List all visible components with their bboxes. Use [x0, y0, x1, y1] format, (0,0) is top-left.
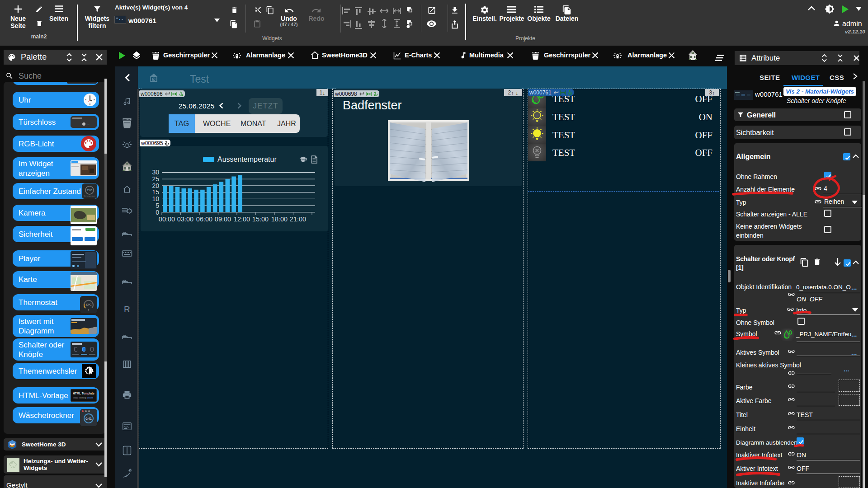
svg-text:06:00: 06:00: [196, 216, 212, 223]
svg-text:30: 30: [152, 169, 159, 176]
svg-text:21:00: 21:00: [290, 216, 306, 223]
svg-text:12°C: 12°C: [85, 303, 92, 306]
svg-text:00:00: 00:00: [159, 216, 175, 223]
svg-text:0: 0: [156, 209, 159, 216]
svg-text:0:41: 0:41: [85, 417, 92, 420]
svg-text:15: 15: [152, 188, 159, 196]
svg-text:03:00: 03:00: [177, 216, 193, 223]
svg-text:15°C: 15°C: [87, 189, 92, 192]
svg-text:5: 5: [156, 202, 159, 209]
svg-text:15:00: 15:00: [252, 216, 269, 223]
svg-text:09:00: 09:00: [215, 216, 231, 223]
svg-text:18:00: 18:00: [271, 216, 288, 223]
svg-text:Set temperature: Set temperature: [84, 195, 95, 197]
svg-text:12:00: 12:00: [234, 216, 250, 223]
